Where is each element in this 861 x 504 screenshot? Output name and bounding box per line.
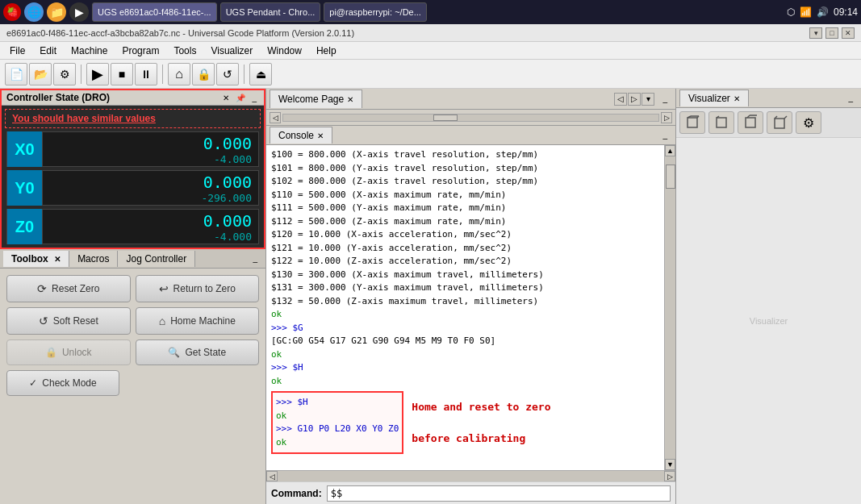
toolbar-sep2	[162, 65, 163, 84]
console-input-bar: Command:	[266, 481, 675, 504]
titlebar-title: e8691ac0-f486-11ec-accf-a3bcba82ab7c.nc …	[6, 28, 354, 38]
vis-btn-2[interactable]	[708, 111, 734, 134]
raspberry-icon[interactable]: 🍓	[3, 3, 21, 21]
toolbar-lock[interactable]: 🔒	[192, 63, 215, 85]
console-scrollbar[interactable]: ▲ ▼	[664, 145, 675, 470]
console-scroll-up-btn[interactable]: ▲	[665, 145, 675, 156]
menu-tools[interactable]: Tools	[167, 44, 203, 58]
console-tab-close-icon[interactable]: ✕	[317, 131, 324, 140]
close-button[interactable]: ✕	[842, 27, 855, 39]
get-state-button[interactable]: 🔍 Get State	[136, 339, 260, 365]
console-bottom-scroll: ◁ ▷	[266, 470, 675, 481]
toolbar-home[interactable]: ⌂	[168, 63, 190, 85]
toolbar-settings[interactable]: ⚙	[53, 63, 76, 85]
soft-reset-button[interactable]: ↺ Soft Reset	[6, 307, 131, 335]
vis-toolbar: ⚙	[676, 108, 861, 138]
volume-icon[interactable]: 🔊	[817, 6, 829, 18]
console-tab[interactable]: Console ✕	[270, 127, 332, 144]
home-machine-button[interactable]: ⌂ Home Machine	[136, 307, 260, 335]
toolbar-stop[interactable]: ■	[111, 63, 133, 85]
bluetooth-icon[interactable]: ⬡	[787, 6, 795, 18]
vis-tab[interactable]: Visualizer ✕	[679, 90, 749, 106]
command-input[interactable]	[327, 485, 671, 502]
console-scroll-down-btn[interactable]: ▼	[665, 459, 675, 470]
menu-edit[interactable]: Edit	[33, 44, 63, 58]
toolbox-header: Toolbox ✕ Macros Jog Controller _	[0, 249, 265, 269]
toolbar-disconnect[interactable]: ⏏	[249, 63, 272, 85]
welcome-scroll-left-btn[interactable]: ◁	[270, 112, 281, 123]
folder-icon[interactable]: 📁	[47, 2, 66, 22]
taskbar-app-terminal[interactable]: pi@raspberrypi: ~/De...	[324, 2, 427, 22]
console-scroll-left-btn[interactable]: ◁	[266, 471, 278, 481]
soft-reset-icon: ↺	[39, 314, 48, 327]
search-icon: 🔍	[168, 347, 180, 358]
toolbox-minimize-btn[interactable]: _	[248, 252, 262, 264]
dro-z-main: 0.000	[203, 211, 252, 231]
welcome-scroll-right-btn[interactable]: ▷	[661, 112, 672, 123]
welcome-scroll-track[interactable]	[282, 114, 659, 122]
minimize-button[interactable]: ▾	[809, 27, 822, 39]
dro-x-label[interactable]: X0	[7, 131, 43, 167]
console-minimize-btn[interactable]: _	[658, 129, 672, 141]
console-cmd-line: >>> $G	[271, 322, 659, 335]
tab-nav-left[interactable]: ◁	[614, 93, 627, 106]
console-ok-line: ok	[271, 308, 659, 322]
terminal-icon[interactable]: ▶	[69, 2, 89, 22]
vis-btn-4[interactable]	[767, 111, 792, 134]
tab-nav-right[interactable]: ▷	[628, 93, 641, 106]
vis-settings-btn[interactable]: ⚙	[796, 111, 821, 134]
tab-jog-controller[interactable]: Jog Controller	[118, 251, 195, 267]
console-scroll-track[interactable]	[665, 156, 675, 459]
dro-minimize-btn[interactable]: _	[249, 94, 259, 102]
toolbox-tab-close[interactable]: ✕	[54, 255, 61, 264]
dro-close-btn[interactable]: ✕	[220, 94, 232, 102]
clock: 09:14	[834, 6, 858, 18]
dro-pin-btn[interactable]: 📌	[233, 94, 248, 102]
console-highlight-line4: ok	[276, 436, 399, 450]
menu-machine[interactable]: Machine	[65, 44, 114, 58]
welcome-tab-close-icon[interactable]: ✕	[347, 95, 353, 104]
welcome-panel-minimize[interactable]: _	[658, 93, 672, 105]
vis-minimize-btn[interactable]: _	[843, 92, 858, 104]
toolbar-new[interactable]: 📄	[5, 63, 27, 85]
unlock-button[interactable]: 🔒 Unlock	[6, 339, 131, 365]
console-scroll-right-btn[interactable]: ▷	[664, 471, 675, 481]
menu-program[interactable]: Program	[115, 44, 165, 58]
console-bottom-scroll-track[interactable]	[278, 471, 664, 481]
welcome-page-tab[interactable]: Welcome Page ✕	[270, 90, 362, 108]
maximize-button[interactable]: □	[825, 27, 838, 39]
menu-window[interactable]: Window	[261, 44, 308, 58]
browser-icon[interactable]: 🌐	[24, 2, 44, 22]
toolbar-undo[interactable]: ↺	[216, 63, 239, 85]
taskbar-app-ugs[interactable]: UGS e8691ac0-f486-11ec-...	[92, 2, 217, 22]
menu-help[interactable]: Help	[310, 44, 343, 58]
dro-axis-y: Y0 0.000 -296.000	[6, 170, 259, 206]
toolbar-open[interactable]: 📂	[29, 63, 52, 85]
menu-file[interactable]: File	[3, 44, 31, 58]
svg-marker-6	[746, 118, 755, 127]
console-line: $111 = 500.000 (Y-axis maximum rate, mm/…	[271, 202, 659, 215]
console-content[interactable]: $100 = 800.000 (X-axis travel resolution…	[266, 145, 664, 470]
console-scroll-thumb[interactable]	[666, 165, 675, 189]
console-tab-bar: Console ✕ _	[266, 126, 675, 145]
toolbar-play[interactable]: ▶	[86, 63, 109, 85]
console-line: $130 = 300.000 (X-axis maximum travel, m…	[271, 269, 659, 282]
tab-macros[interactable]: Macros	[69, 251, 118, 267]
toolbar-pause[interactable]: ⏸	[135, 63, 157, 85]
vis-btn-1[interactable]	[679, 111, 705, 134]
check-mode-button[interactable]: ✓ Check Mode	[6, 370, 119, 396]
dro-y-label[interactable]: Y0	[7, 170, 43, 206]
tab-nav-dropdown[interactable]: ▾	[642, 93, 654, 106]
vis-tab-close-icon[interactable]: ✕	[734, 94, 740, 103]
menu-visualizer[interactable]: Visualizer	[204, 44, 259, 58]
reset-zero-button[interactable]: ⟳ Reset Zero	[6, 275, 131, 302]
wifi-icon[interactable]: 📶	[800, 6, 812, 18]
return-to-zero-button[interactable]: ↩ Return to Zero	[136, 275, 260, 302]
tab-toolbox[interactable]: Toolbox ✕	[3, 251, 69, 267]
welcome-scroll-thumb[interactable]	[433, 115, 458, 121]
dro-z-label[interactable]: Z0	[7, 209, 43, 244]
taskbar-app-pendant[interactable]: UGS Pendant - Chro...	[220, 2, 321, 22]
vis-content: Visualizer	[676, 138, 861, 504]
vis-btn-3[interactable]	[738, 111, 763, 134]
console-inner: $100 = 800.000 (X-axis travel resolution…	[266, 145, 675, 470]
